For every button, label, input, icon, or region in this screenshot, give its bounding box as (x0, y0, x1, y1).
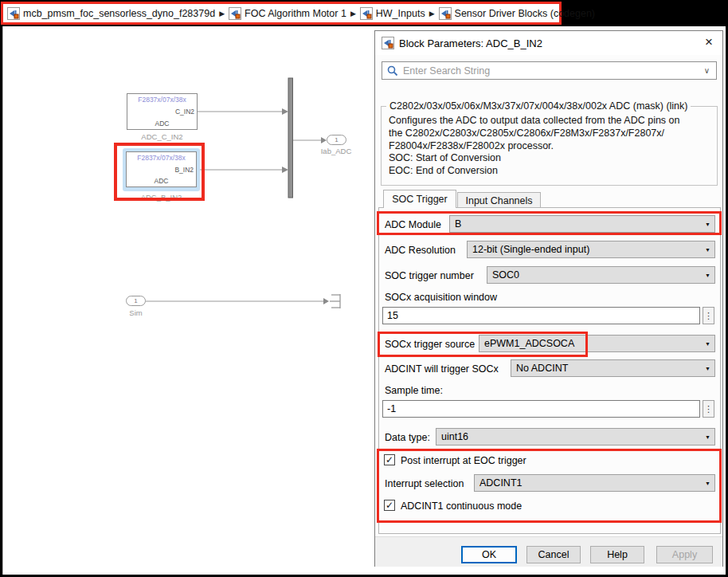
inport-sim[interactable]: 1 (126, 296, 146, 306)
block-adc-b-in2[interactable]: F2837x/07x/38x B_IN2 ADC (126, 151, 197, 187)
model-icon (7, 7, 20, 20)
outport-label: Iab_ADC (317, 147, 355, 155)
adc-resolution-label: ADC Resolution (385, 245, 456, 256)
spinner-icon[interactable]: ⋮ (703, 400, 714, 418)
breadcrumb-item-subsystem-1[interactable]: FOC Algorithm Motor 1 (229, 7, 346, 20)
mux-block (288, 78, 293, 198)
sample-time-input[interactable] (382, 400, 700, 418)
inport-label: Sim (126, 308, 146, 317)
data-type-value: uint16 (441, 431, 468, 442)
adc-resolution-value: 12-bit (Single-ended input) (472, 244, 589, 255)
checkmark-icon: ✓ (386, 455, 393, 465)
simulink-window: mcb_pmsm_foc_sensorless_dyno_f28379d ▶ F… (0, 0, 728, 577)
interrupt-selection-select[interactable]: ADCINT1 ▼ (474, 474, 715, 492)
dropdown-arrow-icon: ▼ (705, 222, 710, 227)
breadcrumb-item-model[interactable]: mcb_pmsm_foc_sensorless_dyno_f28379d (7, 7, 215, 20)
dropdown-arrow-icon: ▼ (705, 481, 710, 486)
hidden-connection-icon (330, 294, 340, 308)
dropdown-arrow-icon: ▼ (705, 273, 710, 278)
checkmark-icon: ✓ (386, 500, 393, 510)
socx-acquisition-window-input[interactable] (382, 307, 700, 324)
dropdown-arrow-icon: ▼ (705, 247, 710, 253)
block-chip-label: F2837x/07x/38x (127, 154, 196, 162)
breadcrumb-item-subsystem-2[interactable]: HW_Inputs (360, 7, 425, 20)
post-interrupt-label: Post interrupt at EOC trigger (401, 455, 526, 466)
interrupt-selection-label: Interrupt selection (385, 478, 464, 489)
block-name-adc-b-in2: ADC_B_IN2 (123, 193, 200, 202)
block-type-label: ADC (127, 120, 197, 128)
block-parameters-dialog: Block Parameters: ADC_B_IN2 × ∨ C2802x/0… (374, 30, 723, 567)
search-box: ∨ (382, 61, 717, 80)
dropdown-arrow-icon: ▼ (705, 434, 710, 440)
subsystem-icon (382, 37, 394, 49)
soc-trigger-number-label: SOC trigger number (385, 270, 474, 281)
soc-trigger-number-select[interactable]: SOC0 ▼ (487, 266, 715, 284)
chevron-down-icon[interactable]: ∨ (704, 66, 710, 75)
adc-resolution-select[interactable]: 12-bit (Single-ended input) ▼ (467, 241, 715, 258)
breadcrumb-label: Sensor Driver Blocks (codegen) (455, 8, 595, 19)
breadcrumb-item-subsystem-3[interactable]: Sensor Driver Blocks (codegen) (439, 7, 595, 20)
help-button[interactable]: Help (590, 546, 644, 563)
mask-title: C2802x/03x/05x/06x/M3x/37x/07x/004x/38x/… (386, 100, 691, 112)
breadcrumb-label: mcb_pmsm_foc_sensorless_dyno_f28379d (23, 8, 215, 19)
block-chip-label: F2837x/07x/38x (127, 96, 197, 104)
spinner-icon[interactable]: ⋮ (703, 307, 714, 324)
subsystem-icon (439, 7, 452, 20)
adcint1-continuous-checkbox[interactable]: ✓ (384, 500, 395, 511)
adcint1-continuous-label: ADCINT1 continuous mode (401, 500, 522, 512)
adc-module-select[interactable]: B ▼ (449, 215, 715, 233)
search-icon (387, 65, 398, 77)
mask-description-group: C2802x/03x/05x/06x/M3x/37x/07x/004x/38x/… (381, 106, 718, 186)
breadcrumb-label: FOC Algorithm Motor 1 (245, 8, 346, 19)
interrupt-selection-value: ADCINT1 (479, 477, 522, 489)
mask-description: Configures the ADC to output data collec… (389, 115, 714, 178)
close-icon[interactable]: × (705, 34, 713, 50)
adcint-trigger-socx-value: No ADCINT (516, 363, 568, 374)
breadcrumb-label: HW_Inputs (376, 8, 425, 19)
socx-trigger-source-value: ePWM1_ADCSOCA (484, 338, 574, 349)
adcint-trigger-socx-select[interactable]: No ADCINT ▼ (511, 359, 715, 377)
outport-number: 1 (335, 136, 338, 143)
soc-trigger-number-value: SOC0 (492, 269, 519, 281)
socx-trigger-source-select[interactable]: ePWM1_ADCSOCA ▼ (479, 335, 715, 352)
inport-number: 1 (134, 297, 137, 304)
adcint-trigger-socx-label: ADCINT will trigger SOCx (385, 363, 499, 375)
search-input[interactable] (403, 65, 704, 77)
post-interrupt-checkbox[interactable]: ✓ (384, 454, 395, 465)
ok-button[interactable]: OK (461, 546, 517, 563)
dropdown-arrow-icon: ▼ (705, 366, 710, 371)
tab-input-channels[interactable]: Input Channels (457, 192, 541, 208)
socx-trigger-source-label: SOCx trigger source (385, 339, 475, 350)
breadcrumb-separator-icon: ▶ (350, 10, 356, 18)
subsystem-icon (360, 7, 373, 20)
dialog-title: Block Parameters: ADC_B_IN2 (399, 37, 542, 49)
block-adc-c-in2[interactable]: F2837x/07x/38x C_IN2 ADC (127, 93, 198, 130)
block-port-label: C_IN2 (175, 108, 194, 116)
breadcrumb: mcb_pmsm_foc_sensorless_dyno_f28379d ▶ F… (1, 2, 562, 25)
block-type-label: ADC (127, 177, 196, 185)
subsystem-icon (229, 7, 241, 20)
breadcrumb-separator-icon: ▶ (219, 10, 225, 18)
data-type-label: Data type: (385, 432, 430, 443)
tab-soc-trigger[interactable]: SOC Trigger (383, 190, 456, 208)
breadcrumb-separator-icon: ▶ (429, 10, 435, 18)
block-name-adc-c-in2: ADC_C_IN2 (127, 132, 198, 141)
socx-acquisition-window-label: SOCx acquisition window (385, 292, 497, 303)
dialog-button-bar: OK Cancel Help Apply (375, 536, 722, 567)
adc-module-label: ADC Module (385, 219, 441, 230)
outport-iab-adc[interactable]: 1 (327, 135, 346, 145)
dropdown-arrow-icon: ▼ (705, 341, 710, 347)
adc-module-value: B (455, 218, 461, 230)
sample-time-label: Sample time: (385, 385, 443, 396)
data-type-select[interactable]: uint16 ▼ (436, 428, 715, 446)
apply-button[interactable]: Apply (656, 546, 713, 563)
dialog-titlebar: Block Parameters: ADC_B_IN2 × (375, 31, 722, 55)
cancel-button[interactable]: Cancel (526, 546, 581, 563)
block-port-label: B_IN2 (174, 166, 194, 174)
